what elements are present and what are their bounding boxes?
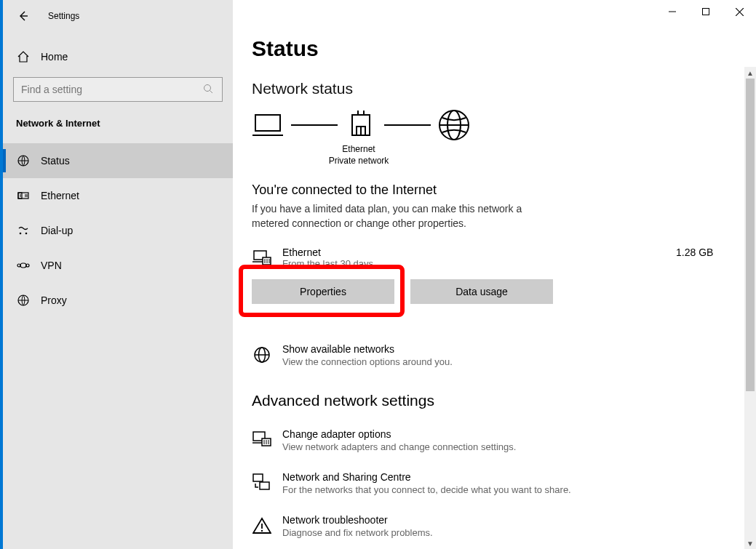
network-sharing-centre[interactable]: Network and Sharing Centre For the netwo… <box>252 471 756 495</box>
sidebar-item-label: Ethernet <box>41 190 79 201</box>
sidebar-item-label: VPN <box>41 260 62 271</box>
option-title: Show available networks <box>282 343 453 355</box>
app-title: Settings <box>48 11 79 21</box>
properties-button[interactable]: Properties <box>252 279 394 304</box>
option-text: Network troubleshooter Diagnose and fix … <box>282 514 433 538</box>
computer-icon <box>252 111 284 140</box>
maximize-button[interactable] <box>689 0 723 23</box>
option-title: Network troubleshooter <box>282 514 433 526</box>
connection-sub: From the last 30 days <box>282 258 647 269</box>
svg-line-1 <box>210 91 213 94</box>
connection-buttons: Properties Data usage <box>252 279 756 304</box>
close-button[interactable] <box>723 0 756 23</box>
svg-point-6 <box>25 233 28 235</box>
sidebar-item-label: Proxy <box>41 294 67 306</box>
section-network-status-heading: Network status <box>252 80 756 97</box>
titlebar <box>233 0 756 32</box>
advanced-heading: Advanced network settings <box>252 392 756 409</box>
settings-window: Settings Home Network & Internet Stat <box>0 0 756 549</box>
globe-small-icon <box>252 345 272 365</box>
scroll-down-icon[interactable]: ▼ <box>744 537 756 549</box>
adapter-options-icon <box>252 430 272 450</box>
connected-title: You're connected to the Internet <box>252 183 756 198</box>
connection-data-used: 1.28 GB <box>676 247 727 258</box>
show-available-networks[interactable]: Show available networks View the connect… <box>252 343 756 367</box>
home-icon <box>16 49 31 64</box>
network-diagram: Ethernet Private network <box>252 111 756 167</box>
search-input[interactable] <box>21 84 203 95</box>
sidebar-nav: Status Ethernet Dial-up VPN <box>3 143 233 318</box>
diagram-adapter-label: Ethernet <box>252 144 466 156</box>
globe-icon <box>438 111 470 140</box>
option-desc: View the connection options around you. <box>282 356 453 367</box>
window-controls <box>656 0 756 23</box>
sharing-icon <box>252 473 272 493</box>
connected-desc: If you have a limited data plan, you can… <box>252 202 543 231</box>
sidebar: Settings Home Network & Internet Stat <box>3 0 233 549</box>
sidebar-item-status[interactable]: Status <box>3 143 233 178</box>
connection-name: Ethernet <box>282 247 647 258</box>
back-arrow-icon[interactable] <box>16 9 31 23</box>
sidebar-item-dialup[interactable]: Dial-up <box>3 213 233 248</box>
proxy-icon <box>16 293 31 308</box>
svg-rect-41 <box>260 482 269 489</box>
search-wrap <box>13 77 223 102</box>
svg-point-7 <box>17 264 20 267</box>
main-panel: Status Network status <box>233 0 756 549</box>
page-title: Status <box>252 36 756 61</box>
option-desc: For the networks that you connect to, de… <box>282 484 571 495</box>
diagram-network-type: Private network <box>252 156 466 167</box>
sidebar-header: Settings <box>3 0 233 32</box>
router-icon <box>345 111 377 140</box>
option-text: Change adapter options View network adap… <box>282 428 516 452</box>
svg-point-5 <box>20 233 22 235</box>
svg-rect-40 <box>253 474 263 481</box>
network-diagram-row <box>252 111 470 140</box>
scroll-thumb[interactable] <box>746 79 755 391</box>
change-adapter-options[interactable]: Change adapter options View network adap… <box>252 428 756 452</box>
scroll-up-icon[interactable]: ▲ <box>744 67 756 79</box>
sidebar-item-proxy[interactable]: Proxy <box>3 283 233 318</box>
vpn-icon <box>16 258 31 273</box>
connection-summary-row: Ethernet From the last 30 days 1.28 GB <box>252 247 756 269</box>
warning-icon <box>252 516 272 536</box>
minimize-button[interactable] <box>656 0 689 23</box>
category-label: Network & Internet <box>3 102 233 137</box>
scrollbar[interactable]: ▲ ▼ <box>744 67 756 549</box>
sidebar-item-vpn[interactable]: VPN <box>3 248 233 283</box>
option-title: Network and Sharing Centre <box>282 471 571 483</box>
home-label: Home <box>41 51 68 63</box>
search-box[interactable] <box>13 77 223 102</box>
network-troubleshooter[interactable]: Network troubleshooter Diagnose and fix … <box>252 514 756 538</box>
status-icon <box>16 153 31 168</box>
content-area: Status Network status <box>233 32 756 538</box>
diagram-labels: Ethernet Private network <box>252 144 466 167</box>
svg-rect-9 <box>20 263 26 268</box>
svg-rect-12 <box>703 9 709 15</box>
option-text: Show available networks View the connect… <box>282 343 453 367</box>
sidebar-item-label: Status <box>41 155 70 167</box>
option-desc: Diagnose and fix network problems. <box>282 527 433 538</box>
search-icon <box>203 84 215 95</box>
svg-point-0 <box>204 85 211 92</box>
dialup-icon <box>16 223 31 238</box>
option-desc: View network adapters and change connect… <box>282 441 516 452</box>
sidebar-item-ethernet[interactable]: Ethernet <box>3 178 233 213</box>
connection-info: Ethernet From the last 30 days <box>282 247 647 269</box>
svg-rect-15 <box>255 115 280 131</box>
ethernet-icon <box>16 188 31 203</box>
sidebar-item-label: Dial-up <box>41 225 73 236</box>
svg-point-43 <box>261 530 263 532</box>
adapter-icon <box>252 248 272 268</box>
sidebar-item-home[interactable]: Home <box>3 42 233 71</box>
diagram-line <box>291 124 338 126</box>
option-text: Network and Sharing Centre For the netwo… <box>282 471 571 495</box>
data-usage-button[interactable]: Data usage <box>410 279 553 304</box>
diagram-line <box>384 124 431 126</box>
option-title: Change adapter options <box>282 428 516 440</box>
